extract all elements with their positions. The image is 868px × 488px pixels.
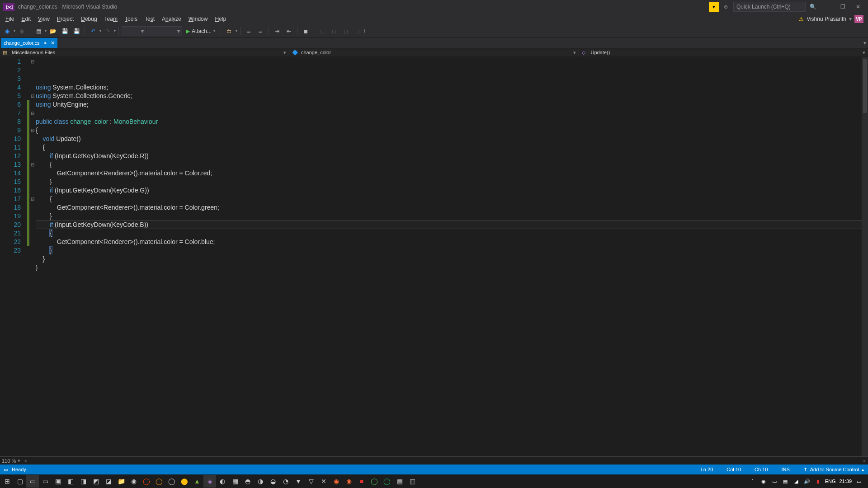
nav-member-combo[interactable]: ◇ Update() ▾ [579, 48, 868, 56]
wifi-icon[interactable]: ◢ [793, 479, 800, 484]
taskbar-app[interactable]: ◩ [90, 475, 102, 488]
taskbar-app[interactable]: 📁 [115, 475, 127, 488]
tray-icon[interactable]: ▤ [782, 479, 789, 484]
taskbar-visual-studio[interactable]: ◈ [203, 475, 216, 488]
new-project-dd-icon[interactable]: ▾ [45, 29, 47, 33]
nav-forward-button[interactable]: ◉ [16, 26, 27, 37]
task-view-button[interactable]: ▢ [14, 475, 26, 488]
publish-icon[interactable]: ↥ [803, 467, 807, 473]
taskbar-app[interactable]: ◔ [279, 475, 292, 488]
outdent-button[interactable]: ⇤ [283, 26, 294, 37]
nav-back-dd-icon[interactable]: ▾ [14, 29, 15, 33]
zoom-dd-icon[interactable]: ▾ [18, 458, 20, 464]
start-button[interactable]: ⊞ [1, 475, 14, 488]
taskbar-app[interactable]: ▥ [406, 475, 419, 488]
taskbar-app[interactable]: ◪ [102, 475, 115, 488]
menu-debug[interactable]: Debug [77, 15, 100, 23]
document-tab[interactable]: change_color.cs ⁕ ✕ [1, 38, 57, 48]
tray-clock[interactable]: 21:39 [839, 479, 852, 484]
menu-edit[interactable]: Edit [18, 15, 34, 23]
notifications-button[interactable]: ▾ [709, 2, 719, 12]
save-button[interactable]: 💾 [59, 26, 70, 37]
toolbar-overflow-icon[interactable]: ⁞ [364, 28, 365, 33]
tray-language[interactable]: ENG [825, 479, 836, 484]
battery-icon[interactable]: ▮ [814, 479, 821, 484]
tray-icon[interactable]: ▭ [771, 479, 778, 484]
tab-scroll-button[interactable]: ▾ [862, 38, 868, 48]
menu-analyze[interactable]: Analyze [158, 15, 185, 23]
taskbar-app[interactable]: ■ [355, 475, 368, 488]
minimize-button[interactable]: ─ [820, 1, 835, 13]
uncomment-button[interactable]: ≣ [255, 26, 266, 37]
attach-button[interactable]: ▶ Attach... ▾ [183, 26, 218, 36]
taskbar-app[interactable]: ◉ [343, 475, 355, 488]
prev-bookmark-button[interactable]: ◻ [329, 26, 340, 37]
redo-dd-icon[interactable]: ▾ [114, 29, 116, 33]
menu-test[interactable]: Test [141, 15, 158, 23]
quick-launch-input[interactable]: Quick Launch (Ctrl+Q) [733, 2, 806, 12]
scc-dd-icon[interactable]: ▴ [862, 467, 864, 473]
taskbar-app[interactable]: ⬤ [178, 475, 191, 488]
nav-class-combo[interactable]: 🔷 change_color ▾ [289, 48, 579, 56]
save-all-button[interactable]: 💾 [71, 26, 82, 37]
taskbar-app[interactable]: ◨ [77, 475, 90, 488]
taskbar-app[interactable]: ▭ [39, 475, 52, 488]
menu-project[interactable]: Project [53, 15, 77, 23]
search-icon[interactable]: 🔍 [807, 2, 819, 12]
action-center-icon[interactable]: ▭ [855, 479, 863, 484]
next-bookmark-button[interactable]: ◻ [340, 26, 351, 37]
find-dd-icon[interactable]: ▾ [236, 29, 237, 33]
code-editor[interactable]: 1234567891011121314151617181920212223 ⊟⊟… [0, 57, 868, 456]
new-project-button[interactable]: ▤ [33, 26, 44, 37]
redo-button[interactable]: ↷ [102, 26, 113, 37]
feedback-button[interactable]: ☺ [720, 2, 732, 12]
bookmark-button[interactable]: ◼ [300, 26, 311, 37]
tray-icon[interactable]: ◉ [760, 479, 767, 484]
open-file-button[interactable]: 📂 [47, 26, 58, 37]
menu-file[interactable]: File [2, 15, 18, 23]
nav-scope-combo[interactable]: ▤ Miscellaneous Files ▾ [0, 48, 289, 56]
taskbar-app[interactable]: ◐ [216, 475, 229, 488]
scrollbar-thumb[interactable] [863, 59, 867, 113]
taskbar-app[interactable]: ◯ [165, 475, 178, 488]
code-content[interactable]: using System.Collections;using System.Co… [36, 57, 868, 456]
indent-button[interactable]: ⇥ [272, 26, 283, 37]
taskbar-app[interactable]: ◯ [153, 475, 165, 488]
taskbar-app[interactable]: ◯ [381, 475, 393, 488]
zoom-level[interactable]: 110 % [2, 458, 16, 464]
undo-button[interactable]: ↶ [88, 26, 99, 37]
toggle-bookmark-button[interactable]: ◻ [317, 26, 328, 37]
taskbar-app[interactable]: ▦ [229, 475, 241, 488]
taskbar-app[interactable]: ◧ [64, 475, 77, 488]
taskbar-app[interactable]: ◑ [254, 475, 267, 488]
tray-chevron-icon[interactable]: ˄ [749, 479, 756, 484]
taskbar-app[interactable]: ▤ [393, 475, 406, 488]
taskbar-app[interactable]: ▭ [26, 475, 39, 488]
tab-close-button[interactable]: ✕ [51, 40, 55, 46]
warning-icon[interactable]: ⚠ [799, 16, 804, 22]
taskbar-app[interactable]: ◒ [267, 475, 279, 488]
h-scroll-left-icon[interactable]: ◂ [24, 458, 27, 464]
user-avatar[interactable]: VP [854, 15, 863, 23]
menu-window[interactable]: Window [185, 15, 212, 23]
solution-config-combo[interactable]: ▾ [122, 26, 146, 36]
user-dropdown-icon[interactable]: ▾ [849, 16, 852, 22]
menu-team[interactable]: Team [101, 15, 121, 23]
close-button[interactable]: ✕ [851, 1, 865, 13]
taskbar-app[interactable]: ▲ [191, 475, 203, 488]
vertical-scrollbar[interactable]: ↕ [862, 57, 868, 456]
find-in-files-button[interactable]: 🗀 [224, 26, 235, 37]
taskbar-app[interactable]: ◓ [241, 475, 254, 488]
taskbar-app[interactable]: ◯ [368, 475, 381, 488]
menu-help[interactable]: Help [211, 15, 230, 23]
user-name[interactable]: Vishnu Prasanth [807, 16, 846, 22]
taskbar-app[interactable]: ◉ [330, 475, 343, 488]
taskbar-app[interactable]: ◉ [127, 475, 140, 488]
solution-platform-combo[interactable]: ▾ [147, 26, 182, 36]
taskbar-app[interactable]: ◯ [140, 475, 153, 488]
nav-back-button[interactable]: ◉ [2, 26, 13, 37]
undo-dd-icon[interactable]: ▾ [99, 29, 101, 33]
volume-icon[interactable]: 🔊 [803, 479, 811, 484]
menu-tools[interactable]: Tools [121, 15, 141, 23]
taskbar-app[interactable]: ▣ [52, 475, 64, 488]
